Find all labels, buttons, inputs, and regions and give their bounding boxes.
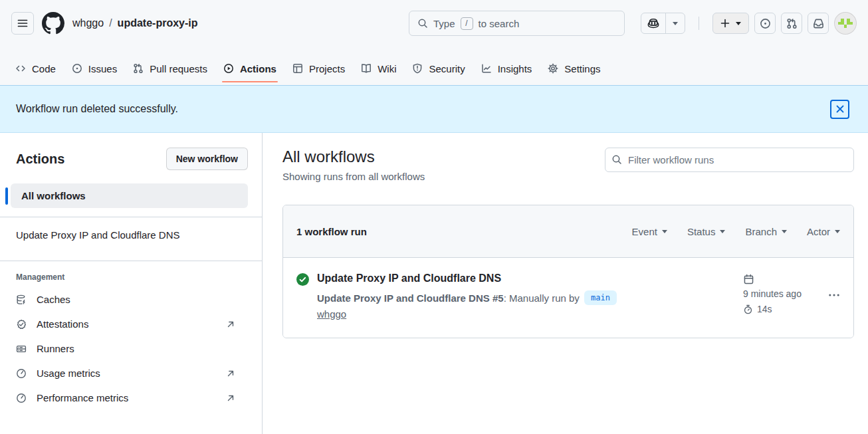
git-pull-request-icon (786, 18, 798, 29)
tab-label: Projects (309, 63, 345, 74)
tab-security[interactable]: Security (406, 52, 471, 85)
banner-close-button[interactable] (830, 100, 849, 119)
sidebar-item-runners[interactable]: Runners (0, 336, 262, 361)
filter-label: Status (687, 226, 716, 237)
tab-label: Pull requests (150, 63, 207, 74)
sidebar-item-label: Usage metrics (37, 368, 100, 379)
event-filter-dropdown[interactable]: Event (632, 226, 667, 237)
header-actions (712, 12, 857, 35)
caret-down-icon (662, 230, 667, 233)
tab-issues[interactable]: Issues (66, 52, 123, 85)
github-logo-icon[interactable] (42, 12, 64, 35)
branch-filter-dropdown[interactable]: Branch (745, 226, 787, 237)
hamburger-menu-button[interactable] (11, 12, 34, 35)
sidebar-item-caches[interactable]: Caches (0, 287, 262, 312)
management-heading: Management (0, 261, 262, 287)
inbox-icon (813, 18, 824, 29)
global-header: whggo / update-proxy-ip Type / to search (0, 0, 868, 47)
book-icon (361, 63, 372, 74)
avatar[interactable] (834, 12, 857, 35)
search-placeholder-suffix: to search (479, 18, 520, 29)
content-area: Actions New workflow All workflows Updat… (0, 133, 868, 434)
caret-down-icon (782, 230, 787, 233)
breadcrumb: whggo / update-proxy-ip (72, 17, 198, 29)
copilot-button-group (641, 13, 685, 34)
actor-filter-dropdown[interactable]: Actor (807, 226, 840, 237)
new-workflow-button[interactable]: New workflow (166, 148, 248, 170)
copilot-dropdown-button[interactable] (665, 13, 685, 33)
sidebar-item-performance-metrics[interactable]: Performance metrics (0, 385, 262, 410)
filter-label: Actor (807, 226, 830, 237)
global-search-input[interactable]: Type / to search (409, 11, 625, 36)
copilot-button[interactable] (641, 13, 665, 33)
sidebar-item-workflow[interactable]: Update Proxy IP and Cloudflare DNS (0, 217, 262, 252)
kebab-menu-button[interactable] (817, 272, 840, 301)
create-new-button[interactable] (712, 13, 749, 34)
run-title-link[interactable]: Update Proxy IP and Cloudflare DNS (317, 272, 584, 284)
run-time-column: 9 minutes ago 14s (743, 272, 817, 314)
status-filter-dropdown[interactable]: Status (687, 226, 726, 237)
sidebar-item-attestations[interactable]: Attestations (0, 312, 262, 336)
actions-sidebar: Actions New workflow All workflows Updat… (0, 133, 263, 434)
tab-label: Security (429, 63, 465, 74)
tab-projects[interactable]: Projects (286, 52, 351, 85)
inbox-button[interactable] (808, 13, 829, 34)
play-circle-icon (223, 63, 234, 74)
branch-column: main (584, 272, 743, 305)
run-time-ago: 9 minutes ago (743, 288, 817, 299)
success-check-icon (296, 273, 309, 286)
workflow-run-count: 1 workflow run (296, 226, 367, 237)
run-duration-row: 14s (743, 304, 817, 314)
git-pull-request-icon (133, 63, 144, 74)
actor-link[interactable]: whggo (317, 308, 346, 320)
verified-icon (16, 319, 27, 330)
issue-opened-icon (72, 63, 82, 74)
breadcrumb-repo-link[interactable]: update-proxy-ip (118, 17, 198, 29)
pull-requests-button[interactable] (781, 13, 802, 34)
tab-code[interactable]: Code (9, 52, 62, 85)
three-bars-icon (17, 18, 28, 29)
issues-button[interactable] (754, 13, 776, 34)
search-placeholder-prefix: Type (433, 18, 455, 29)
external-link-icon (226, 320, 235, 329)
breadcrumb-owner-link[interactable]: whggo (72, 17, 104, 29)
external-link-icon (226, 369, 235, 378)
filter-label: Event (632, 226, 657, 237)
tab-label: Insights (498, 63, 532, 74)
workflows-main: All workflows Showing runs from all work… (263, 133, 868, 434)
run-filters: Event Status Branch Actor (632, 226, 840, 237)
tab-settings[interactable]: Settings (542, 52, 606, 85)
branch-badge[interactable]: main (584, 290, 617, 305)
filter-workflow-runs-input[interactable] (605, 148, 854, 172)
sidebar-item-label: Performance metrics (37, 392, 128, 403)
gear-icon (548, 63, 558, 74)
header-divider (699, 17, 699, 30)
tab-label: Issues (88, 63, 117, 74)
main-header: All workflows Showing runs from all work… (282, 148, 854, 182)
page-subtitle: Showing runs from all workflows (282, 171, 425, 182)
slash-key-hint: / (461, 17, 473, 30)
sidebar-item-usage-metrics[interactable]: Usage metrics (0, 361, 262, 385)
stopwatch-icon (743, 304, 753, 314)
sidebar-title: Actions (16, 152, 64, 167)
run-trigger-text: : Manually run by (504, 292, 580, 304)
shield-icon (412, 63, 423, 74)
tab-pull-requests[interactable]: Pull requests (127, 52, 213, 85)
workflow-run-row: Update Proxy IP and Cloudflare DNS Updat… (283, 258, 853, 338)
close-icon (836, 105, 844, 113)
run-duration: 14s (757, 304, 772, 314)
plus-icon (720, 18, 730, 29)
tab-insights[interactable]: Insights (475, 52, 538, 85)
chevron-down-icon (672, 21, 679, 26)
gauge-icon (16, 393, 27, 403)
identicon-image (838, 16, 853, 31)
graph-icon (481, 63, 492, 74)
tab-actions[interactable]: Actions (217, 52, 282, 85)
filter-label: Branch (745, 226, 777, 237)
search-icon (417, 18, 428, 29)
runs-card-header: 1 workflow run Event Status Branch (283, 205, 853, 258)
sidebar-item-all-workflows[interactable]: All workflows (11, 183, 248, 208)
copilot-icon (647, 17, 659, 29)
sidebar-item-label: Runners (37, 343, 74, 354)
tab-wiki[interactable]: Wiki (355, 52, 402, 85)
